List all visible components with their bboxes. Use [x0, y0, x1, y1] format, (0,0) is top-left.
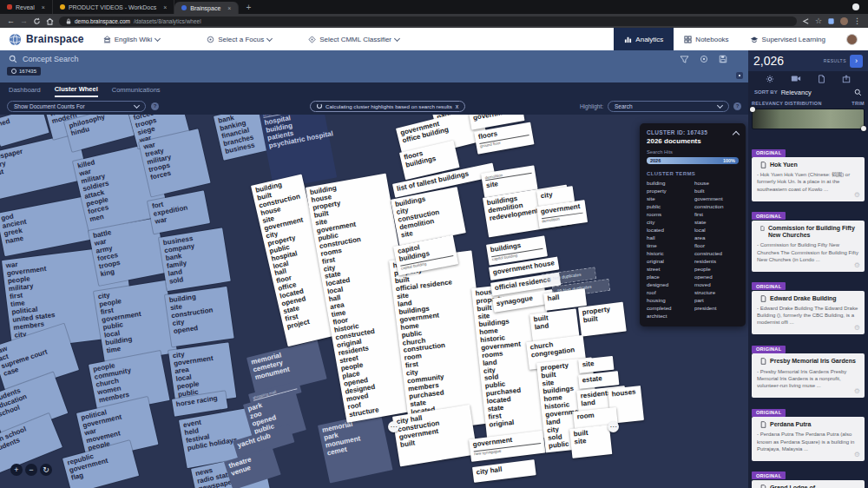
cluster-term[interactable]: house [694, 180, 739, 188]
gear-icon[interactable]: ⚙ [854, 324, 860, 332]
cluster-chip[interactable]: 167435 [7, 67, 41, 76]
wheel-segment[interactable]: citypeoplefirstgovernmentpubliclocalbuil… [94, 280, 177, 364]
forward-icon[interactable]: → [20, 17, 28, 25]
doc-counts-select[interactable]: Show Document Counts For [7, 101, 146, 112]
filter-icon[interactable] [680, 56, 689, 63]
notification-close-icon[interactable]: x [456, 103, 459, 109]
cluster-wheel[interactable]: nednewspaperstoryfirstgodancientgreeknam… [0, 115, 748, 488]
document-card[interactable]: ORIGINAL Edward Drake Building - Edward … [752, 276, 865, 335]
gear-icon[interactable] [766, 75, 774, 83]
cluster-term[interactable]: state [694, 219, 739, 227]
wheel-segment[interactable]: site [578, 356, 614, 373]
cluster-term[interactable]: opened [694, 274, 739, 281]
document-title[interactable]: Hok Yuen [770, 162, 798, 168]
search-icon[interactable] [854, 89, 862, 96]
wheel-segment[interactable]: buildingsiteconstructioncityopened [165, 287, 234, 346]
browser-tab-active[interactable]: Brainspace × [174, 2, 239, 14]
cluster-term[interactable]: president [694, 305, 739, 313]
document-title[interactable]: Presby Memorial Iris Gardens [770, 358, 856, 365]
cluster-term[interactable]: public [647, 203, 691, 211]
classifier-selector[interactable]: Select CMML Classifier [298, 36, 410, 43]
document-card[interactable]: ORIGINAL Perdana Putra - Perdana Putra T… [752, 402, 865, 461]
cluster-term[interactable]: moved [694, 281, 739, 289]
back-icon[interactable]: ← [7, 17, 15, 25]
export-icon[interactable] [842, 75, 851, 83]
cluster-term[interactable]: constructed [694, 250, 739, 258]
browser-tab[interactable]: PRODUCT VIDEOS - WorkDocs × [53, 0, 174, 14]
cluster-term[interactable]: housing [647, 297, 691, 305]
focus-selector[interactable]: Select a Focus [196, 36, 282, 43]
collapse-button[interactable] [736, 72, 743, 79]
bookmark-star-icon[interactable]: ☆ [815, 17, 822, 25]
cluster-term[interactable]: roof [647, 289, 691, 297]
tab-close-icon[interactable]: × [42, 4, 45, 10]
cluster-term[interactable]: government [694, 195, 739, 203]
document-title[interactable]: Commission for Building Fifty New Church… [768, 225, 859, 240]
cluster-term[interactable]: place [647, 274, 691, 281]
brainspace-logo[interactable]: Brainspace [0, 33, 93, 46]
cluster-term[interactable]: completed [647, 305, 691, 313]
cast-icon[interactable] [852, 3, 859, 10]
document-card[interactable]: ORIGINAL Hok Yuen - Hok Yuen Hok Yuen (C… [752, 142, 865, 201]
cluster-term[interactable]: building [647, 180, 691, 188]
document-card[interactable]: ORIGINAL Commission for Building Fifty N… [752, 206, 865, 272]
share-icon[interactable] [802, 17, 810, 25]
cluster-term[interactable]: street [647, 266, 691, 274]
browser-menu-icon[interactable]: ⋮ [853, 17, 861, 25]
gear-icon[interactable]: ⚙ [854, 261, 860, 269]
wheel-segment[interactable]: republicgovernmentflag [62, 440, 139, 488]
document-card[interactable]: ORIGINAL Presby Memorial Iris Gardens - … [752, 339, 865, 398]
gear-icon[interactable]: ⚙ [854, 191, 860, 199]
cluster-term[interactable]: city [647, 219, 691, 227]
browser-tab[interactable]: Reveal × [0, 0, 53, 14]
trim-button[interactable]: TRIM [852, 101, 865, 106]
cluster-term[interactable]: residents [694, 258, 739, 266]
url-bar[interactable]: demo.brainspace.com/datasets/8/analytics… [59, 16, 797, 26]
document-card[interactable]: ORIGINAL Grand Lodge of Massachusetts - … [752, 465, 865, 488]
home-icon[interactable] [46, 17, 54, 25]
wheel-segment[interactable]: propertybuilt [578, 302, 627, 337]
wheel-segment[interactable]: philosophyhindu [64, 115, 135, 152]
cluster-term[interactable]: rooms [647, 211, 691, 219]
save-icon[interactable] [719, 55, 727, 63]
cluster-term[interactable]: floor [694, 242, 739, 250]
tab-close-icon[interactable]: × [227, 5, 231, 11]
results-expand-button[interactable]: › [850, 55, 863, 68]
cluster-term[interactable]: architect [647, 313, 691, 320]
sort-value[interactable]: Relevancy [781, 89, 812, 96]
wheel-segment[interactable]: governmentnew synagogue [469, 431, 546, 462]
cluster-term[interactable]: designed [647, 281, 691, 289]
cluster-term[interactable]: located [647, 227, 691, 234]
wheel-segment[interactable]: builtsite [569, 425, 612, 458]
tab-dashboard[interactable]: Dashboard [9, 83, 41, 96]
more-options-icon[interactable]: ⋯ [608, 421, 619, 432]
dataset-selector[interactable]: English Wiki [93, 36, 171, 43]
wheel-segment[interactable]: godancientgreekname [0, 196, 95, 256]
gear-icon[interactable]: ⚙ [854, 451, 860, 458]
cluster-term[interactable]: site [647, 195, 691, 203]
new-tab-button[interactable]: + [239, 0, 258, 14]
nav-supervised-learning[interactable]: Supervised Learning [740, 28, 836, 50]
document-title[interactable]: Edward Drake Building [770, 295, 837, 302]
cluster-term[interactable]: construction [694, 203, 739, 211]
tab-close-icon[interactable]: × [163, 4, 167, 10]
wheel-segment[interactable]: city hall [472, 459, 536, 483]
trim-handle-right[interactable] [861, 126, 866, 131]
nav-notebooks[interactable]: Notebooks [674, 28, 739, 50]
document-title[interactable]: Grand Lodge of Massachusetts [770, 485, 859, 488]
tab-communications[interactable]: Communications [112, 83, 161, 96]
extension-icon[interactable] [827, 17, 835, 25]
trim-handle-left[interactable] [750, 107, 755, 112]
gear-icon[interactable]: ⚙ [854, 387, 860, 395]
nav-analytics[interactable]: Analytics [614, 28, 674, 50]
cluster-term[interactable]: time [647, 242, 691, 250]
highlight-select[interactable]: Search [608, 101, 729, 112]
cluster-term[interactable]: property [647, 188, 691, 195]
concept-search-input[interactable]: Concept Search [0, 50, 748, 63]
more-options-icon[interactable]: ⋯ [388, 421, 399, 432]
wheel-segment[interactable]: wartreatymilitarytroopsforces [139, 129, 211, 196]
cluster-term[interactable]: area [694, 234, 739, 242]
rotate-button[interactable]: ↻ [40, 464, 52, 476]
wheel-segment[interactable]: city hallconstructiongovernmentbuilt [392, 405, 477, 466]
document-title[interactable]: Perdana Putra [770, 421, 811, 428]
